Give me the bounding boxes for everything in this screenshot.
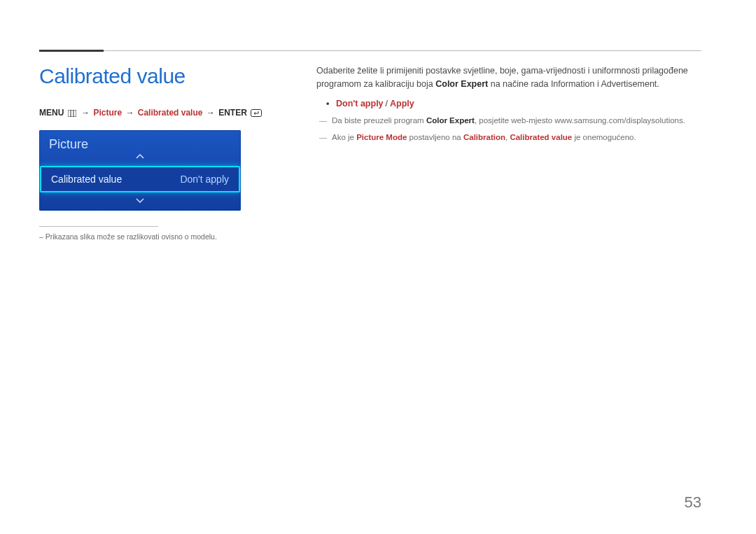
intro-text-post: na načine rada Information i Advertiseme…: [488, 79, 659, 89]
option-apply: Apply: [390, 99, 414, 108]
note2-post: je onemogućeno.: [572, 133, 636, 141]
osd-row-calibrated-value[interactable]: Calibrated value Don't apply: [40, 166, 240, 192]
intro-paragraph: Odaberite želite li primijeniti postavke…: [316, 64, 701, 92]
chevron-down-icon[interactable]: [39, 192, 241, 211]
note1-post: , posjetite web-mjesto www.samsung.com/d…: [475, 116, 685, 125]
content-columns: Calibrated value MENU → Picture → Calibr…: [39, 64, 701, 241]
options-bullet: Don't apply/Apply: [316, 97, 701, 111]
right-column: Odaberite želite li primijeniti postavke…: [316, 64, 701, 241]
breadcrumb-arrow-icon: →: [124, 108, 135, 118]
breadcrumb-arrow-icon: →: [205, 108, 216, 118]
top-divider-accent: [39, 50, 104, 52]
note2-calibration: Calibration: [463, 133, 505, 141]
breadcrumb-picture: Picture: [93, 108, 122, 118]
note1-color-expert: Color Expert: [426, 116, 475, 125]
note2-calibrated-value: Calibrated value: [510, 133, 572, 141]
osd-panel: Picture Calibrated value Don't apply: [39, 130, 241, 211]
osd-panel-header: Picture: [39, 130, 241, 152]
breadcrumb-arrow-icon: →: [80, 108, 91, 118]
chevron-up-icon[interactable]: [39, 152, 241, 166]
breadcrumb: MENU → Picture → Calibrated value → ENTE…: [39, 108, 277, 119]
note2-pre: Ako je: [332, 133, 356, 141]
page-number: 53: [685, 493, 701, 512]
svg-rect-0: [68, 110, 76, 117]
note-download: Da biste preuzeli program Color Expert, …: [316, 115, 701, 127]
intro-color-expert: Color Expert: [435, 79, 488, 89]
page-title: Calibrated value: [39, 64, 277, 88]
option-dont-apply: Don't apply: [336, 99, 384, 108]
note1-pre: Da biste preuzeli program: [332, 116, 426, 125]
option-separator: /: [384, 99, 390, 108]
breadcrumb-menu: MENU: [39, 108, 64, 118]
note2-picture-mode: Picture Mode: [356, 133, 407, 141]
breadcrumb-calibrated-value: Calibrated value: [138, 108, 203, 118]
left-footnote-divider: [39, 226, 158, 227]
left-footnote: Prikazana slika može se razlikovati ovis…: [39, 232, 277, 241]
osd-panel-title: Picture: [49, 137, 231, 152]
enter-icon: [251, 109, 262, 119]
breadcrumb-enter: ENTER: [218, 108, 247, 118]
menu-grid-icon: [68, 109, 76, 119]
top-divider: [39, 50, 701, 51]
left-column: Calibrated value MENU → Picture → Calibr…: [39, 64, 277, 241]
osd-row-value: Don't apply: [180, 174, 229, 185]
note-disabled: Ako je Picture Mode postavljeno na Calib…: [316, 132, 701, 144]
manual-page: Calibrated value MENU → Picture → Calibr…: [0, 0, 756, 534]
osd-row-label: Calibrated value: [51, 174, 122, 185]
note2-mid1: postavljeno na: [407, 133, 463, 141]
